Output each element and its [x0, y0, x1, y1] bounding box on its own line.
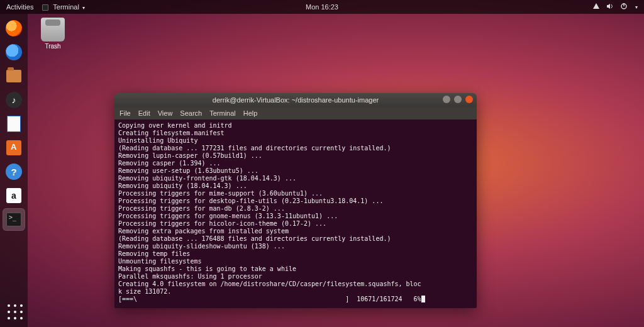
- terminal-window: derrik@derrik-VirtualBox: ~/distroshare-…: [114, 93, 477, 308]
- system-menu-chevron-icon[interactable]: ▾: [635, 4, 638, 10]
- amazon-icon: a: [6, 188, 21, 203]
- terminal-line: Processing triggers for man-db (2.8.3-2)…: [118, 205, 473, 213]
- terminal-title: derrik@derrik-VirtualBox: ~/distroshare-…: [213, 96, 379, 104]
- terminal-launcher[interactable]: [3, 209, 25, 230]
- trash-desktop-icon[interactable]: Trash: [35, 18, 70, 50]
- terminal-line: Creating 4.0 filesystem on /home/distros…: [118, 280, 473, 288]
- thunderbird-launcher[interactable]: [3, 42, 25, 63]
- terminal-line: (Reading database ... 176488 files and d…: [118, 235, 473, 243]
- terminal-line: Removing user-setup (1.63ubuntu5) ...: [118, 167, 473, 175]
- terminal-output[interactable]: Copying over kernel and initrdCreating f…: [114, 119, 477, 308]
- terminal-line: Parallel mksquashfs: Using 1 processor: [118, 273, 473, 280]
- trash-label: Trash: [35, 43, 70, 50]
- chevron-down-icon: ▾: [82, 5, 85, 11]
- desktop-background: Activities Terminal ▾ Mon 16:23 ▾ ♪: [0, 0, 644, 327]
- terminal-cursor: [421, 296, 425, 302]
- terminal-line: [===\ ] 10671/161724 6%: [118, 296, 473, 303]
- menu-edit[interactable]: Edit: [138, 109, 150, 117]
- clock[interactable]: Mon 16:23: [306, 3, 338, 11]
- menu-terminal[interactable]: Terminal: [209, 109, 236, 117]
- terminal-line: k size 131072.: [118, 288, 473, 296]
- activities-button[interactable]: Activities: [6, 3, 33, 11]
- minimize-button[interactable]: [443, 96, 450, 103]
- terminal-line: Removing lupin-casper (0.57build1) ...: [118, 152, 473, 160]
- menu-help[interactable]: Help: [243, 109, 258, 117]
- terminal-line: Copying over kernel and initrd: [118, 122, 473, 130]
- terminal-line: Unmounting filesystems: [118, 258, 473, 265]
- terminal-line: Processing triggers for mime-support (3.…: [118, 190, 473, 197]
- rhythmbox-launcher[interactable]: ♪: [3, 89, 25, 111]
- terminal-line: Making squashfs - this is going to take …: [118, 265, 473, 273]
- amazon-launcher[interactable]: a: [3, 185, 25, 206]
- app-menu-label: Terminal: [53, 3, 79, 11]
- terminal-line: Processing triggers for desktop-file-uti…: [118, 197, 473, 205]
- terminal-appmenu-icon: [42, 4, 48, 11]
- terminal-line: Uninstalling Ubiquity: [118, 137, 473, 145]
- launcher-dock: ♪ ? a: [0, 14, 28, 327]
- top-panel: Activities Terminal ▾ Mon 16:23 ▾: [0, 0, 644, 14]
- close-button[interactable]: [465, 96, 473, 103]
- files-icon: [6, 70, 21, 82]
- app-menu-button[interactable]: Terminal ▾: [42, 3, 85, 11]
- rhythmbox-icon: ♪: [6, 92, 22, 108]
- terminal-line: Processing triggers for gnome-menus (3.1…: [118, 213, 473, 220]
- terminal-line: Processing triggers for hicolor-icon-the…: [118, 220, 473, 228]
- maximize-button[interactable]: [454, 96, 462, 103]
- terminal-menubar: File Edit View Search Terminal Help: [114, 107, 477, 119]
- help-icon: ?: [6, 164, 22, 180]
- terminal-line: Removing ubiquity (18.04.14.3) ...: [118, 182, 473, 190]
- terminal-line: Removing ubiquity-slideshow-ubuntu (138)…: [118, 243, 473, 250]
- libreoffice-writer-icon: [7, 116, 21, 132]
- help-launcher[interactable]: ?: [3, 161, 25, 182]
- trash-icon: [41, 18, 65, 42]
- terminal-line: (Reading database ... 177231 files and d…: [118, 145, 473, 152]
- show-applications-button[interactable]: [8, 304, 23, 319]
- terminal-line: Removing ubiquity-frontend-gtk (18.04.14…: [118, 175, 473, 182]
- menu-file[interactable]: File: [119, 109, 131, 117]
- terminal-titlebar[interactable]: derrik@derrik-VirtualBox: ~/distroshare-…: [114, 93, 477, 107]
- files-launcher[interactable]: [3, 65, 25, 87]
- power-icon[interactable]: [620, 3, 628, 11]
- terminal-line: Removing extra packages from installed s…: [118, 228, 473, 235]
- ubuntu-software-launcher[interactable]: [3, 137, 25, 158]
- thunderbird-icon: [6, 44, 22, 60]
- libreoffice-writer-launcher[interactable]: [3, 113, 25, 135]
- terminal-line: Removing casper (1.394) ...: [118, 160, 473, 167]
- network-icon[interactable]: [592, 3, 600, 11]
- terminal-icon: [6, 213, 21, 226]
- menu-view[interactable]: View: [158, 109, 173, 117]
- sound-icon[interactable]: [606, 3, 614, 11]
- terminal-line: Creating filesystem.manifest: [118, 130, 473, 137]
- ubuntu-software-icon: [6, 140, 21, 155]
- terminal-line: Removing temp files: [118, 250, 473, 258]
- menu-search[interactable]: Search: [180, 109, 202, 117]
- firefox-launcher[interactable]: [3, 18, 25, 39]
- firefox-icon: [6, 20, 22, 36]
